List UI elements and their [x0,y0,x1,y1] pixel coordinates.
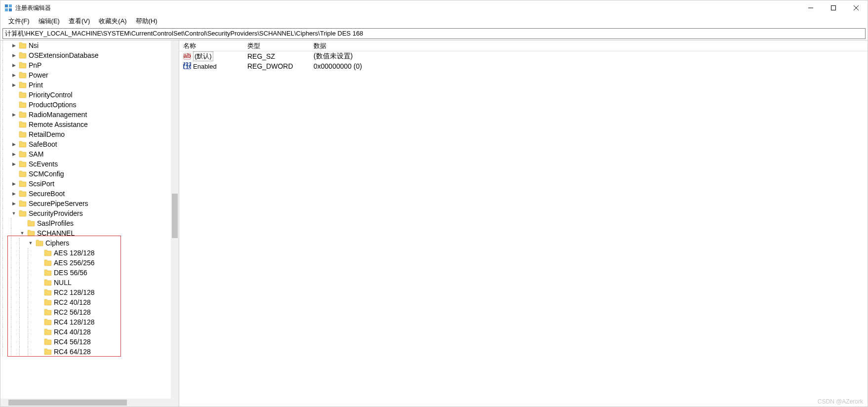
expand-icon[interactable]: ▶ [11,141,17,147]
tree-item-label: Remote Assistance [29,121,88,128]
expand-icon[interactable]: ▶ [11,112,17,118]
tree-item[interactable]: ▶SecurePipeServers [0,199,171,208]
tree-item[interactable]: SaslProfiles [0,218,171,228]
menu-view[interactable]: 查看(V) [65,16,94,27]
tree-item[interactable]: ▶ScEvents [0,159,171,169]
menu-favorites[interactable]: 收藏夹(A) [95,16,130,27]
folder-icon [44,289,52,296]
folder-icon [44,309,52,316]
expand-icon[interactable]: ▶ [11,62,17,68]
folder-icon [19,52,27,59]
tree-item[interactable]: ▶SafeBoot [0,139,171,149]
expand-icon[interactable]: ▶ [11,52,17,58]
value-data: (数值未设置) [310,52,754,61]
tree-item[interactable]: RC2 40/128 [0,297,171,307]
column-name[interactable]: 名称 [179,41,243,50]
tree-item[interactable]: PriorityControl [0,90,171,100]
tree-item[interactable]: ▶RadioManagement [0,110,171,120]
scroll-corner [171,399,179,407]
tree-item-label: PriorityControl [29,91,73,99]
tree-item[interactable]: RC4 40/128 [0,327,171,337]
maximize-button[interactable] [822,0,845,15]
tree-item[interactable]: RC4 64/128 [0,347,171,357]
tree-item[interactable]: RC4 128/128 [0,317,171,327]
tree-item[interactable]: Remote Assistance [0,120,171,129]
tree-item[interactable]: ▼SCHANNEL [0,228,171,238]
folder-icon [19,210,27,217]
value-row[interactable]: (默认)REG_SZ(数值未设置) [179,51,868,61]
folder-icon [19,170,27,177]
collapse-icon[interactable]: ▼ [28,240,34,246]
tree-item[interactable]: AES 256/256 [0,258,171,268]
tree-item-label: RC2 40/128 [54,298,91,306]
svg-rect-0 [5,4,8,7]
collapse-icon[interactable]: ▼ [19,230,25,236]
tree-item[interactable]: SCMConfig [0,169,171,179]
expand-icon[interactable]: ▶ [11,72,17,78]
svg-rect-3 [9,8,12,11]
value-row[interactable]: EnabledREG_DWORD0x00000000 (0) [179,61,868,71]
tree-item-label: RC4 40/128 [54,328,91,336]
address-bar[interactable]: 计算机\HKEY_LOCAL_MACHINE\SYSTEM\CurrentCon… [2,28,866,39]
tree-item[interactable]: ▶Power [0,70,171,80]
expand-icon[interactable]: ▶ [11,42,17,48]
folder-icon [44,328,52,335]
tree-item[interactable]: RC2 56/128 [0,307,171,317]
value-type: REG_SZ [243,52,310,60]
menu-file[interactable]: 文件(F) [4,16,34,27]
tree-item[interactable]: ▶Print [0,80,171,90]
tree-item-label: OSExtensionDatabase [29,51,99,59]
string-value-icon [183,52,191,60]
tree-item[interactable]: ▼SecurityProviders [0,208,171,218]
menu-help[interactable]: 帮助(H) [132,16,161,27]
tree-item[interactable]: ▼Ciphers [0,238,171,248]
collapse-icon[interactable]: ▼ [11,210,17,216]
body: ▶Nsi▶OSExtensionDatabase▶PnP▶Power▶Print… [0,40,868,407]
tree-item[interactable]: ▶SecureBoot [0,189,171,199]
tree-item-label: PnP [29,61,41,69]
vertical-scrollbar[interactable] [171,41,179,399]
tree-item[interactable]: ▶OSExtensionDatabase [0,50,171,60]
expand-icon[interactable]: ▶ [11,181,17,187]
tree-item-label: ProductOptions [29,101,77,109]
menu-edit[interactable]: 编辑(E) [35,16,64,27]
folder-icon [19,200,27,207]
tree-item[interactable]: DES 56/56 [0,268,171,278]
minimize-button[interactable] [799,0,822,15]
expand-icon[interactable]: ▶ [11,161,17,167]
expand-icon[interactable]: ▶ [11,201,17,206]
list-body[interactable]: (默认)REG_SZ(数值未设置)EnabledREG_DWORD0x00000… [179,51,868,407]
column-data[interactable]: 数据 [310,41,754,50]
expand-icon[interactable]: ▶ [11,82,17,88]
tree-item-label: ScsiPort [29,180,54,188]
tree-item-label: ScEvents [29,160,58,168]
expand-icon[interactable]: ▶ [11,191,17,197]
tree-item[interactable]: ▶PnP [0,60,171,70]
tree-item-label: RC4 64/128 [54,348,91,356]
tree-item[interactable]: ▶Nsi [0,41,171,50]
column-type[interactable]: 类型 [243,41,310,50]
app-window: 注册表编辑器 文件(F) 编辑(E) 查看(V) 收藏夹(A) 帮助(H) 计算… [0,0,868,407]
folder-icon [44,249,52,256]
tree-item[interactable]: RC2 128/128 [0,287,171,297]
folder-icon [19,131,27,138]
tree-view[interactable]: ▶Nsi▶OSExtensionDatabase▶PnP▶Power▶Print… [0,41,171,399]
tree-item-label: RetailDemo [29,130,65,138]
tree-item[interactable]: ProductOptions [0,100,171,110]
tree-item-label: RC4 128/128 [54,318,95,326]
address-text: 计算机\HKEY_LOCAL_MACHINE\SYSTEM\CurrentCon… [5,29,363,38]
tree-item-label: NULL [54,279,72,286]
tree-item[interactable]: ▶SAM [0,149,171,159]
expand-icon[interactable]: ▶ [11,151,17,157]
tree-item[interactable]: NULL [0,278,171,287]
tree-item-label: DES 56/56 [54,269,87,277]
tree-item[interactable]: ▶ScsiPort [0,179,171,189]
close-button[interactable] [845,0,868,15]
tree-item[interactable]: RetailDemo [0,129,171,139]
tree-item[interactable]: RC4 56/128 [0,337,171,347]
folder-icon [44,338,52,345]
horizontal-scrollbar[interactable] [0,399,171,407]
tree-item[interactable]: AES 128/128 [0,248,171,258]
menubar: 文件(F) 编辑(E) 查看(V) 收藏夹(A) 帮助(H) [0,15,868,27]
folder-icon [19,72,27,79]
